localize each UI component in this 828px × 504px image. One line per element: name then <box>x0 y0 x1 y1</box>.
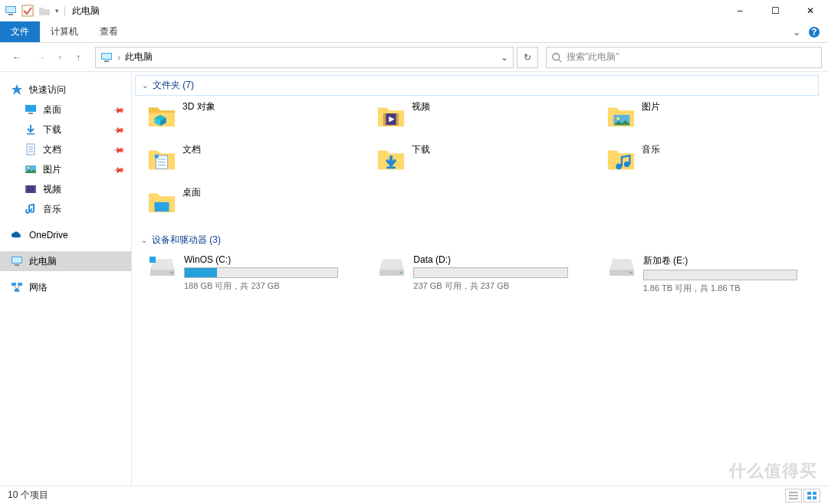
chevron-down-icon: ⌄ <box>142 81 148 90</box>
drive-icon <box>376 254 407 279</box>
folder-icon <box>606 100 636 129</box>
folder-documents[interactable]: 文档 <box>147 143 369 175</box>
folder-icon <box>376 143 406 172</box>
svg-rect-27 <box>18 283 22 286</box>
pc-icon <box>100 51 113 64</box>
maximize-button[interactable]: ☐ <box>757 0 793 21</box>
help-icon[interactable]: ? <box>808 26 820 38</box>
nav-bar: ← → ▾ ↑ › 此电脑 ⌄ ↻ 搜索"此电脑" <box>0 43 828 72</box>
titlebar: ▾ | 此电脑 – ☐ ✕ <box>0 0 828 21</box>
drive-icon <box>606 254 637 279</box>
sidebar-item-desktop[interactable]: 桌面📌 <box>0 100 131 119</box>
drive-item[interactable]: WinOS (C:) 188 GB 可用，共 237 GB <box>147 254 369 294</box>
pin-icon: 📌 <box>113 103 125 116</box>
refresh-button[interactable]: ↻ <box>517 47 538 68</box>
sidebar-item-videos[interactable]: 视频 <box>0 179 131 199</box>
group-header-folders[interactable]: ⌄ 文件夹 (7) <box>135 75 819 96</box>
svg-rect-47 <box>150 257 156 263</box>
checkbox-icon[interactable] <box>21 5 34 17</box>
sidebar-item-quick-access[interactable]: 快速访问 <box>0 80 131 100</box>
svg-line-29 <box>14 286 17 289</box>
folder-pictures[interactable]: 图片 <box>606 100 828 133</box>
minimize-button[interactable]: – <box>722 0 757 21</box>
qat-dropdown-icon[interactable]: ▾ <box>55 7 59 15</box>
forward-button[interactable]: → <box>31 47 52 68</box>
breadcrumb-this-pc[interactable]: 此电脑 <box>125 51 153 64</box>
svg-rect-33 <box>396 113 399 125</box>
ribbon-expand-icon[interactable]: ⌄ <box>793 27 800 38</box>
pin-icon: 📌 <box>113 123 125 136</box>
sidebar: 快速访问 桌面📌 下载📌 文档📌 图片📌 视频 音乐 One <box>0 72 132 486</box>
svg-rect-57 <box>807 496 811 499</box>
pin-icon: 📌 <box>113 163 125 175</box>
star-icon <box>11 83 23 96</box>
svg-rect-24 <box>12 257 21 263</box>
drive-free-space: 237 GB 可用，共 237 GB <box>413 280 567 292</box>
folder-icon <box>147 186 176 215</box>
address-dropdown-icon[interactable]: ⌄ <box>501 52 508 63</box>
svg-rect-1 <box>6 7 15 12</box>
tab-computer[interactable]: 计算机 <box>40 21 89 42</box>
svg-rect-44 <box>155 202 169 211</box>
svg-rect-11 <box>25 105 36 112</box>
drive-item[interactable]: Data (D:) 237 GB 可用，共 237 GB <box>376 254 598 294</box>
view-details-button[interactable] <box>785 489 802 502</box>
folder-music[interactable]: 音乐 <box>606 143 828 175</box>
pc-icon <box>11 255 23 267</box>
svg-point-49 <box>400 272 402 274</box>
sidebar-item-pictures[interactable]: 图片📌 <box>0 159 131 179</box>
folder-downloads[interactable]: 下载 <box>376 143 598 175</box>
back-button[interactable]: ← <box>6 47 28 68</box>
drive-usage-bar <box>413 267 567 278</box>
svg-rect-8 <box>104 61 109 62</box>
svg-rect-55 <box>807 492 811 495</box>
svg-point-46 <box>171 272 173 274</box>
svg-rect-41 <box>387 166 396 169</box>
svg-rect-56 <box>813 492 816 495</box>
view-icons-button[interactable] <box>803 489 820 502</box>
music-icon <box>25 203 37 215</box>
up-button[interactable]: ↑ <box>67 47 89 68</box>
folder-desktop[interactable]: 桌面 <box>147 186 369 218</box>
drive-item[interactable]: 新加卷 (E:) 1.86 TB 可用，共 1.86 TB <box>606 254 828 294</box>
svg-rect-28 <box>15 289 19 292</box>
recent-dropdown[interactable]: ▾ <box>55 47 64 68</box>
sidebar-item-network[interactable]: 网络 <box>0 277 131 297</box>
sidebar-item-onedrive[interactable]: OneDrive <box>0 225 131 245</box>
folder-videos[interactable]: 视频 <box>376 100 598 133</box>
svg-rect-58 <box>813 496 816 499</box>
drive-usage-bar <box>643 270 797 280</box>
svg-rect-7 <box>102 54 111 59</box>
svg-rect-26 <box>12 283 16 286</box>
status-bar: 10 个项目 <box>0 486 828 504</box>
address-bar[interactable]: › 此电脑 ⌄ <box>95 47 514 68</box>
drive-name: Data (D:) <box>413 254 567 265</box>
svg-rect-20 <box>25 185 36 193</box>
tab-file[interactable]: 文件 <box>0 21 40 42</box>
close-button[interactable]: ✕ <box>793 0 828 21</box>
svg-rect-2 <box>8 14 13 15</box>
group-header-drives[interactable]: ⌄ 设备和驱动器 (3) <box>135 231 819 250</box>
video-icon <box>25 183 37 195</box>
folder-small-icon[interactable] <box>38 5 51 17</box>
svg-rect-22 <box>34 185 36 193</box>
quick-access-toolbar: ▾ | <box>5 5 66 17</box>
sidebar-item-music[interactable]: 音乐 <box>0 199 131 219</box>
pin-icon: 📌 <box>113 143 125 155</box>
breadcrumb-sep-icon[interactable]: › <box>117 52 120 63</box>
search-input[interactable]: 搜索"此电脑" <box>546 47 822 68</box>
search-icon <box>551 52 562 63</box>
svg-line-30 <box>17 286 20 289</box>
drive-icon <box>147 254 178 279</box>
sidebar-item-downloads[interactable]: 下载📌 <box>0 119 131 139</box>
search-placeholder: 搜索"此电脑" <box>567 51 619 64</box>
drive-free-space: 188 GB 可用，共 237 GB <box>184 280 338 292</box>
folder-icon <box>376 100 406 129</box>
svg-rect-32 <box>384 113 386 125</box>
chevron-down-icon: ⌄ <box>141 236 147 244</box>
folder-3d-objects[interactable]: 3D 对象 <box>147 100 369 133</box>
sidebar-item-documents[interactable]: 文档📌 <box>0 139 131 159</box>
tab-view[interactable]: 查看 <box>89 21 129 42</box>
svg-rect-21 <box>25 185 27 193</box>
sidebar-item-this-pc[interactable]: 此电脑 <box>0 251 131 271</box>
